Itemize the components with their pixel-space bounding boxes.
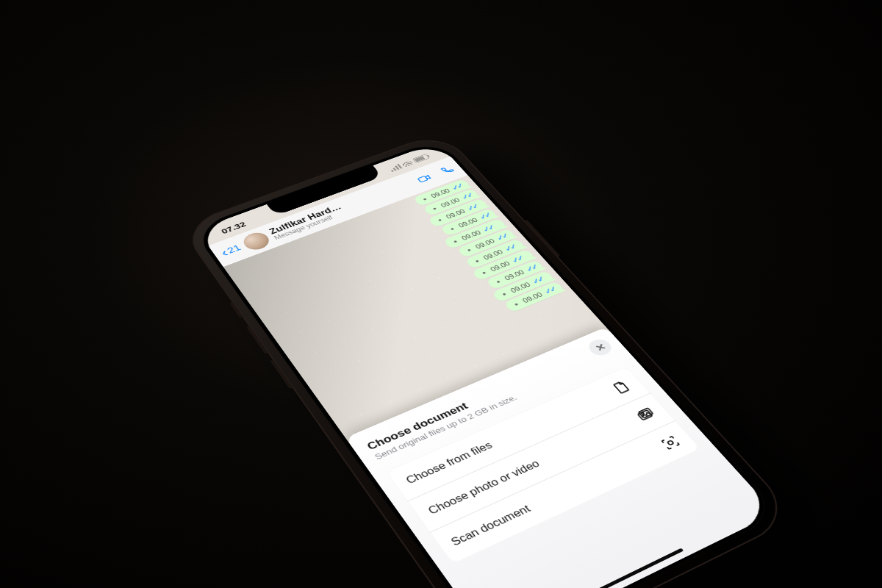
bullet-icon xyxy=(438,219,442,221)
bullet-icon xyxy=(453,240,457,243)
bullet-icon xyxy=(482,271,486,274)
option-label: Choose from files xyxy=(404,386,617,486)
svg-rect-2 xyxy=(639,408,653,418)
read-receipt-icon: ✓✓ xyxy=(481,223,495,233)
document-icon xyxy=(609,379,634,396)
cellular-icon xyxy=(388,164,402,172)
battery-icon xyxy=(412,154,430,163)
read-receipt-icon: ✓✓ xyxy=(495,232,509,242)
read-receipt-icon: ✓✓ xyxy=(465,203,480,212)
sheet-options: Choose from files Choose photo or video xyxy=(386,367,700,564)
svg-point-4 xyxy=(667,440,674,445)
svg-point-3 xyxy=(641,412,644,415)
read-receipt-icon: ✓✓ xyxy=(510,254,525,264)
read-receipt-icon: ✓✓ xyxy=(460,192,474,201)
bullet-icon xyxy=(514,303,518,306)
wifi-icon xyxy=(401,159,414,167)
back-button[interactable]: ‹ 21 xyxy=(218,243,243,259)
read-receipt-icon: ✓✓ xyxy=(478,212,492,221)
bullet-icon xyxy=(496,280,500,283)
voice-call-icon[interactable] xyxy=(437,164,457,176)
message-timestamp: 09.00 xyxy=(521,291,545,304)
bullet-icon xyxy=(475,259,478,262)
bullet-icon xyxy=(502,293,506,295)
avatar[interactable] xyxy=(240,230,273,253)
option-label: Scan document xyxy=(449,442,667,548)
svg-rect-1 xyxy=(638,410,653,420)
choose-from-files-option[interactable]: Choose from files xyxy=(386,367,650,501)
read-receipt-icon: ✓✓ xyxy=(450,182,464,191)
read-receipt-icon: ✓✓ xyxy=(542,285,558,295)
sheet-subtitle: Send original files up to 2 GB in size. xyxy=(373,351,618,462)
phone-frame: 07.32 ‹ 21 Zulfikar Hard… Message yourse… xyxy=(191,139,782,588)
option-label: Choose photo or video xyxy=(426,414,642,517)
read-receipt-icon: ✓✓ xyxy=(530,276,545,286)
bullet-icon xyxy=(433,207,437,209)
home-indicator[interactable] xyxy=(586,548,684,588)
bullet-icon xyxy=(467,248,471,251)
read-receipt-icon: ✓✓ xyxy=(524,263,539,273)
bullet-icon xyxy=(451,228,454,230)
read-receipt-icon: ✓✓ xyxy=(503,243,517,253)
chat-area[interactable]: 09.00✓✓09.00✓✓09.00✓✓09.00✓✓09.00✓✓09.00… xyxy=(223,175,775,588)
bullet-icon xyxy=(423,198,426,200)
photo-icon xyxy=(633,405,659,423)
close-icon: ✕ xyxy=(592,341,608,353)
scan-icon xyxy=(658,433,684,452)
video-call-icon[interactable] xyxy=(415,172,434,184)
scan-document-option[interactable]: Scan document xyxy=(430,420,701,564)
